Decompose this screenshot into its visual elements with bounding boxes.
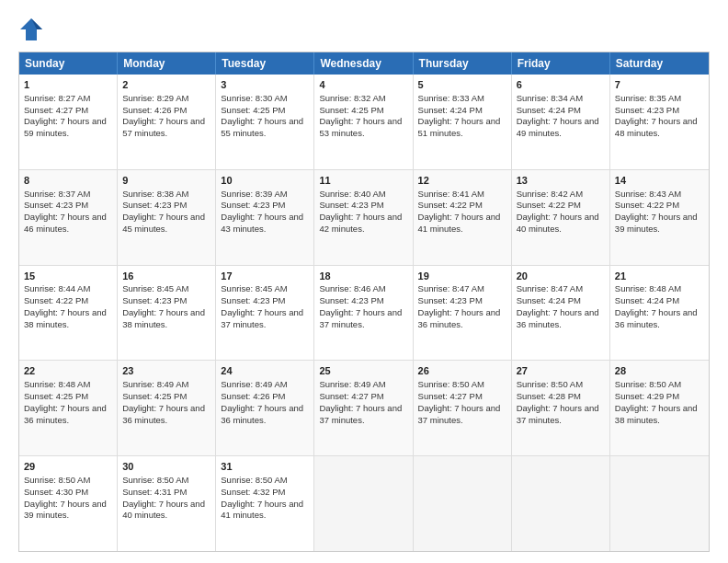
sunset-label: Sunset: 4:25 PM [221,105,285,115]
daylight-label: Daylight: 7 hours and 41 minutes. [418,212,501,234]
day-number: 23 [122,364,210,378]
day-number: 29 [24,460,112,474]
calendar-row-5: 29Sunrise: 8:50 AMSunset: 4:30 PMDayligh… [19,455,709,551]
day-number: 8 [24,174,112,188]
sunset-label: Sunset: 4:25 PM [24,391,88,401]
sunrise-label: Sunrise: 8:47 AM [418,283,484,293]
calendar-cell-day-28: 28Sunrise: 8:50 AMSunset: 4:29 PMDayligh… [610,361,709,455]
sunrise-label: Sunrise: 8:30 AM [221,93,287,103]
day-number: 31 [221,460,309,474]
daylight-label: Daylight: 7 hours and 40 minutes. [122,499,205,521]
calendar-cell-day-25: 25Sunrise: 8:49 AMSunset: 4:27 PMDayligh… [314,361,413,455]
day-number: 26 [418,364,506,378]
sunrise-label: Sunrise: 8:46 AM [319,283,385,293]
sunrise-label: Sunrise: 8:40 AM [319,189,385,199]
sunset-label: Sunset: 4:24 PM [517,295,581,305]
day-number: 30 [122,460,210,474]
day-number: 28 [615,364,704,378]
calendar-header-monday: Monday [118,52,216,75]
day-number: 10 [221,174,309,188]
calendar-cell-day-29: 29Sunrise: 8:50 AMSunset: 4:30 PMDayligh… [19,456,118,551]
day-number: 7 [615,78,704,92]
sunrise-label: Sunrise: 8:50 AM [615,379,681,389]
sunset-label: Sunset: 4:26 PM [122,105,187,115]
day-number: 24 [221,364,309,378]
sunrise-label: Sunrise: 8:43 AM [615,189,681,199]
calendar-cell-day-22: 22Sunrise: 8:48 AMSunset: 4:25 PMDayligh… [19,361,118,455]
calendar-header-wednesday: Wednesday [314,52,413,75]
day-number: 14 [615,174,704,188]
calendar-cell-day-24: 24Sunrise: 8:49 AMSunset: 4:26 PMDayligh… [216,361,314,455]
sunrise-label: Sunrise: 8:49 AM [319,379,385,389]
calendar-row-2: 8Sunrise: 8:37 AMSunset: 4:23 PMDaylight… [19,169,709,265]
calendar-cell-day-30: 30Sunrise: 8:50 AMSunset: 4:31 PMDayligh… [118,456,216,551]
sunset-label: Sunset: 4:23 PM [122,200,187,210]
sunrise-label: Sunrise: 8:49 AM [221,379,287,389]
sunrise-label: Sunrise: 8:42 AM [517,189,583,199]
daylight-label: Daylight: 7 hours and 46 minutes. [24,212,107,234]
sunrise-label: Sunrise: 8:45 AM [221,283,287,293]
daylight-label: Daylight: 7 hours and 36 minutes. [418,307,501,329]
sunrise-label: Sunrise: 8:44 AM [24,283,90,293]
sunrise-label: Sunrise: 8:34 AM [517,93,583,103]
sunrise-label: Sunrise: 8:41 AM [418,189,484,199]
daylight-label: Daylight: 7 hours and 40 minutes. [517,212,599,234]
sunset-label: Sunset: 4:23 PM [122,295,187,305]
sunset-label: Sunset: 4:32 PM [221,487,285,497]
sunrise-label: Sunrise: 8:37 AM [24,189,90,199]
sunset-label: Sunset: 4:27 PM [319,391,383,401]
sunset-label: Sunset: 4:29 PM [615,391,679,401]
daylight-label: Daylight: 7 hours and 55 minutes. [221,116,303,138]
calendar-cell-day-18: 18Sunrise: 8:46 AMSunset: 4:23 PMDayligh… [314,266,413,361]
calendar-body: 1Sunrise: 8:27 AMSunset: 4:27 PMDaylight… [19,75,709,551]
calendar-cell-day-1: 1Sunrise: 8:27 AMSunset: 4:27 PMDaylight… [19,75,118,169]
daylight-label: Daylight: 7 hours and 41 minutes. [221,499,303,521]
sunrise-label: Sunrise: 8:50 AM [418,379,484,389]
calendar-row-4: 22Sunrise: 8:48 AMSunset: 4:25 PMDayligh… [19,360,709,455]
sunrise-label: Sunrise: 8:50 AM [221,475,287,485]
sunrise-label: Sunrise: 8:27 AM [24,93,90,103]
sunrise-label: Sunrise: 8:35 AM [615,93,681,103]
sunrise-label: Sunrise: 8:32 AM [319,93,385,103]
calendar-cell-day-12: 12Sunrise: 8:41 AMSunset: 4:22 PMDayligh… [414,170,512,265]
day-number: 20 [517,270,605,283]
calendar-header-friday: Friday [512,52,610,75]
day-number: 4 [319,78,407,92]
sunset-label: Sunset: 4:30 PM [24,487,88,497]
calendar-header-thursday: Thursday [414,52,512,75]
daylight-label: Daylight: 7 hours and 38 minutes. [24,307,107,329]
calendar-cell-day-27: 27Sunrise: 8:50 AMSunset: 4:28 PMDayligh… [512,361,610,455]
sunset-label: Sunset: 4:26 PM [221,391,285,401]
daylight-label: Daylight: 7 hours and 42 minutes. [319,212,402,234]
calendar-cell-day-9: 9Sunrise: 8:38 AMSunset: 4:23 PMDaylight… [118,170,216,265]
day-number: 1 [24,78,112,92]
sunset-label: Sunset: 4:31 PM [122,487,187,497]
daylight-label: Daylight: 7 hours and 38 minutes. [615,403,698,425]
day-number: 12 [418,174,506,188]
sunset-label: Sunset: 4:23 PM [319,295,383,305]
calendar-row-1: 1Sunrise: 8:27 AMSunset: 4:27 PMDaylight… [19,75,709,169]
sunset-label: Sunset: 4:23 PM [221,200,285,210]
sunrise-label: Sunrise: 8:38 AM [122,189,188,199]
sunrise-label: Sunrise: 8:48 AM [615,283,681,293]
sunset-label: Sunset: 4:23 PM [615,105,679,115]
day-number: 19 [418,270,506,283]
daylight-label: Daylight: 7 hours and 59 minutes. [24,116,107,138]
sunrise-label: Sunrise: 8:50 AM [122,475,188,485]
day-number: 16 [122,270,210,283]
daylight-label: Daylight: 7 hours and 37 minutes. [418,403,501,425]
calendar-cell-day-4: 4Sunrise: 8:32 AMSunset: 4:25 PMDaylight… [314,75,413,169]
sunrise-label: Sunrise: 8:33 AM [418,93,484,103]
sunset-label: Sunset: 4:25 PM [122,391,187,401]
day-number: 21 [615,270,704,283]
header [18,17,710,42]
sunset-label: Sunset: 4:23 PM [24,200,88,210]
calendar-cell-day-31: 31Sunrise: 8:50 AMSunset: 4:32 PMDayligh… [216,456,314,551]
calendar-cell-day-10: 10Sunrise: 8:39 AMSunset: 4:23 PMDayligh… [216,170,314,265]
daylight-label: Daylight: 7 hours and 36 minutes. [24,403,107,425]
daylight-label: Daylight: 7 hours and 36 minutes. [517,307,599,329]
sunrise-label: Sunrise: 8:49 AM [122,379,188,389]
sunrise-label: Sunrise: 8:47 AM [517,283,583,293]
daylight-label: Daylight: 7 hours and 57 minutes. [122,116,205,138]
day-number: 25 [319,364,407,378]
